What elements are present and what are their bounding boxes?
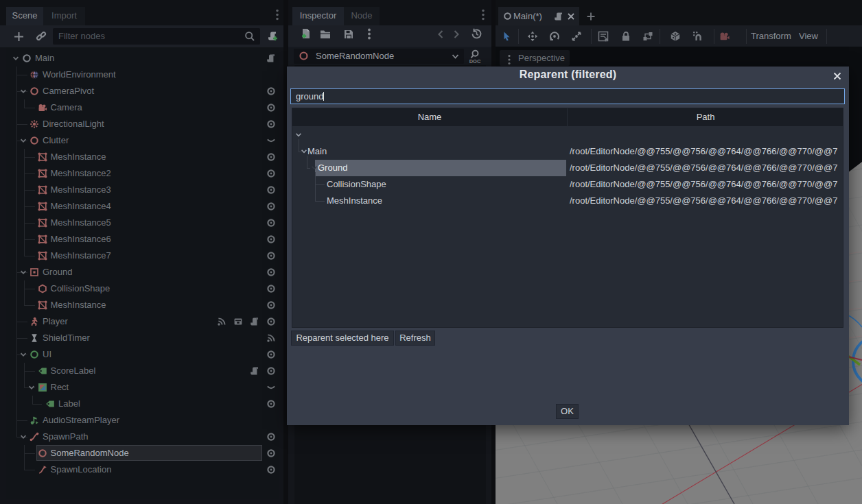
svg-text:DOC: DOC: [469, 58, 481, 64]
